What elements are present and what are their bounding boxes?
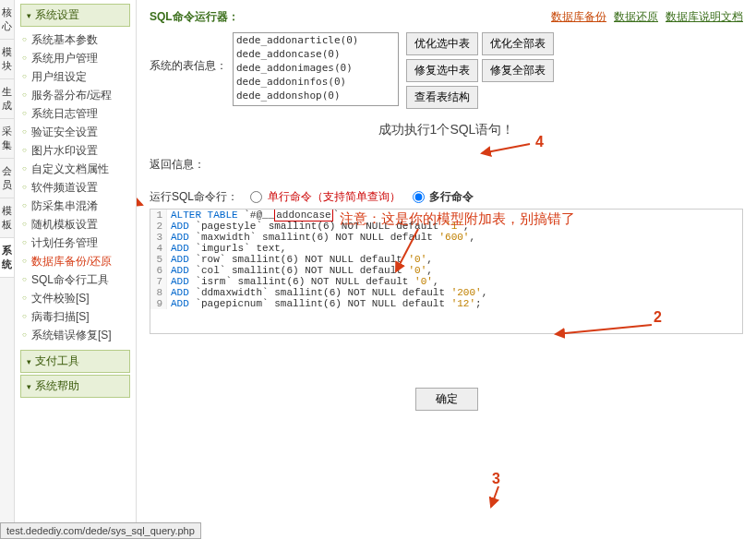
vtab-1[interactable]: 模块 [0,40,14,79]
chevron-down-icon: ▾ [27,357,31,366]
table-info-label: 系统的表信息： [150,32,233,74]
optimize-selected-button[interactable]: 优化选中表 [406,32,478,55]
table-option[interactable]: dede_addoncase(0) [234,47,398,61]
sidebar-item[interactable]: 随机模板设置 [20,215,130,234]
sidebar-section-0[interactable]: ▾系统设置 [20,4,130,27]
sidebar-item[interactable]: SQL命令行工具 [20,270,130,289]
table-option[interactable]: dede_addonarticle(0) [234,33,398,47]
table-option[interactable]: dede_addonshop(0) [234,89,398,102]
svg-line-1 [556,325,652,334]
single-line-radio[interactable] [250,191,262,203]
annotation-4: 4 [535,134,544,150]
page-title: SQL命令运行器： [150,10,239,23]
sidebar-item[interactable]: 图片水印设置 [20,141,130,160]
sidebar-item[interactable]: 系统用户管理 [20,49,130,67]
table-option[interactable]: dede_addonsoft(0) [234,102,398,106]
run-sql-label: 运行SQL命令行： 单行命令（支持简单查询） 多行命令 [150,189,743,205]
sidebar-item[interactable]: 验证安全设置 [20,123,130,141]
title-link[interactable]: 数据还原 [614,10,658,23]
sidebar-item[interactable]: 文件校验[S] [20,289,130,307]
svg-line-4 [396,229,418,271]
table-option[interactable]: dede_addonimages(0) [234,61,398,75]
return-info-label: 返回信息： [150,157,743,173]
sidebar-item[interactable]: 软件频道设置 [20,178,130,197]
sidebar-item[interactable]: 计划任务管理 [20,234,130,252]
title-link[interactable]: 数据库备份 [551,10,606,23]
repair-selected-button[interactable]: 修复选中表 [406,59,478,82]
vtab-0[interactable]: 核心 [0,0,14,40]
sidebar-item[interactable]: 用户组设定 [20,67,130,86]
svg-line-2 [491,486,498,507]
arrow-icon [137,192,148,209]
chevron-down-icon: ▾ [27,382,31,391]
arrow-icon [478,140,534,162]
success-message: 成功执行1个SQL语句！ [150,122,743,138]
vtab-6[interactable]: 系统 [0,238,14,278]
multi-line-radio[interactable] [413,191,425,203]
sidebar-section-2[interactable]: ▾系统帮助 [20,375,130,398]
sidebar-item[interactable]: 系统日志管理 [20,104,130,123]
vtab-4[interactable]: 会员 [0,159,14,198]
optimize-all-button[interactable]: 优化全部表 [482,32,554,55]
arrow-icon [486,485,504,510]
sidebar-item[interactable]: 服务器分布/远程 [20,86,130,104]
sidebar-item[interactable]: 自定义文档属性 [20,160,130,178]
sidebar-item[interactable]: 系统错误修复[S] [20,326,130,344]
annotation-2: 2 [654,309,662,326]
sidebar-item[interactable]: 病毒扫描[S] [20,307,130,326]
repair-all-button[interactable]: 修复全部表 [482,59,554,82]
vtab-3[interactable]: 采集 [0,119,14,159]
sidebar-section-1[interactable]: ▾支付工具 [20,350,130,373]
vtab-5[interactable]: 模板 [0,198,14,238]
submit-button[interactable]: 确定 [415,388,478,411]
title-link[interactable]: 数据库说明文档 [666,10,743,23]
annotation-note: 注意：这是你的模型附加表，别搞错了 [340,210,575,228]
view-structure-button[interactable]: 查看表结构 [406,86,478,109]
sidebar-item[interactable]: 系统基本参数 [20,30,130,49]
table-option[interactable]: dede_addoninfos(0) [234,75,398,89]
sidebar-item[interactable]: 数据库备份/还原 [20,252,130,270]
svg-line-0 [137,196,142,205]
svg-line-3 [482,144,530,153]
table-listbox[interactable]: dede_addonarticle(0)dede_addoncase(0)ded… [233,32,399,106]
arrow-icon [552,321,654,340]
chevron-down-icon: ▾ [27,11,31,20]
sidebar-item[interactable]: 防采集串混淆 [20,197,130,215]
status-bar: test.dedediy.com/dede/sys_sql_query.php [0,522,201,539]
vtab-2[interactable]: 生成 [0,79,14,119]
arrow-icon [390,225,427,277]
